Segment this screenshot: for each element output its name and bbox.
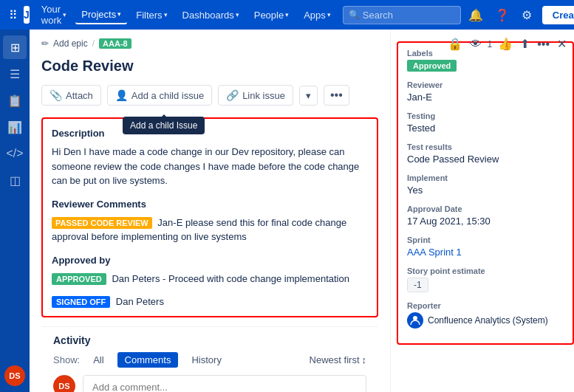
- tab-all[interactable]: All: [86, 352, 111, 368]
- tab-history[interactable]: History: [184, 352, 228, 368]
- breadcrumb-issue-tag[interactable]: AAA-8: [99, 38, 131, 49]
- close-icon[interactable]: ✕: [556, 35, 568, 52]
- newest-first-button[interactable]: Newest first ↕: [310, 354, 366, 365]
- nav-your-work[interactable]: Your work ▾: [35, 1, 72, 29]
- topnav: ⠿ J Your work ▾ Projects ▾ Filters ▾ Das…: [0, 0, 574, 30]
- add-child-button[interactable]: 👤 Add a child issue: [107, 85, 212, 106]
- svg-point-0: [413, 316, 417, 320]
- passed-badge: PASSED CODE REVIEW: [52, 217, 152, 229]
- sidebar-home-icon[interactable]: ⊞: [3, 35, 27, 59]
- nav-dashboards[interactable]: Dashboards ▾: [177, 7, 245, 24]
- grid-icon[interactable]: ⠿: [6, 5, 21, 25]
- chevron-down-icon: ▾: [327, 11, 331, 18]
- signedoff-badge: SIGNED OFF: [52, 296, 110, 308]
- reviewer-field: Reviewer Jan-E: [407, 80, 564, 103]
- sprint-field: Sprint AAA Sprint 1: [407, 235, 564, 258]
- approval-date-value: 17 Aug 2021, 15:30: [407, 216, 564, 227]
- test-results-field: Test results Code Passed Review: [407, 142, 564, 165]
- app-logo[interactable]: J: [24, 6, 30, 24]
- description-title: Description: [52, 128, 368, 139]
- sidebar-board-icon[interactable]: ☰: [3, 62, 27, 86]
- search-wrapper: 🔍: [343, 6, 461, 24]
- modal-content: ✏ Add epic / AAA-8 Code Review 📎 Attach …: [30, 30, 574, 392]
- settings-icon[interactable]: ⚙: [517, 5, 536, 25]
- story-point-field: Story point estimate -1: [407, 267, 564, 292]
- nav-people[interactable]: People ▾: [248, 7, 295, 24]
- chevron-down-icon: ▾: [285, 11, 289, 18]
- nav-apps[interactable]: Apps ▾: [298, 7, 337, 24]
- testing-field: Testing Tested: [407, 111, 564, 134]
- more-actions-dropdown[interactable]: ▾: [299, 86, 318, 106]
- chevron-down-icon: ▾: [63, 11, 66, 18]
- reporter-field: Reporter Confluence Analytics (System): [407, 301, 564, 329]
- reviewer-comments-text: PASSED CODE REVIEW Jan-E please send thi…: [52, 216, 368, 244]
- main-panel: ✏ Add epic / AAA-8 Code Review 📎 Attach …: [30, 30, 574, 392]
- story-point-label: Story point estimate: [407, 267, 564, 275]
- sidebar-code-icon[interactable]: </>: [3, 142, 27, 165]
- sprint-label: Sprint: [407, 235, 564, 244]
- action-bar: 📎 Attach 👤 Add a child issue 🔗 Link issu…: [41, 85, 378, 106]
- chevron-down-icon: ▾: [236, 11, 239, 18]
- testing-value: Tested: [407, 123, 564, 134]
- reporter-row: Confluence Analytics (System): [407, 312, 564, 329]
- lock-icon[interactable]: 🔒: [446, 35, 464, 52]
- sidebar: ⊞ ☰ 📋 📊 </> ◫ DS: [0, 30, 30, 392]
- sort-icon: ↕: [362, 354, 367, 365]
- help-icon[interactable]: ❓: [491, 5, 514, 25]
- test-results-value: Code Passed Review: [407, 154, 564, 165]
- chevron-down-icon: ▾: [117, 10, 121, 18]
- signedoff-text: SIGNED OFF Dan Peters: [52, 296, 368, 307]
- approved-text: APPROVED Dan Peters - Proceed with code …: [52, 272, 368, 286]
- description-section: Description Hi Den I have made a code ch…: [41, 117, 378, 317]
- more-icon[interactable]: •••: [536, 36, 551, 52]
- reviewer-comments-title: Reviewer Comments: [52, 199, 368, 210]
- logo-text: J: [24, 9, 30, 21]
- issue-left-panel: ✏ Add epic / AAA-8 Code Review 📎 Attach …: [30, 30, 391, 392]
- activity-title: Activity: [53, 334, 366, 346]
- attach-button[interactable]: 📎 Attach: [41, 85, 101, 106]
- like-icon[interactable]: 👍: [496, 35, 514, 52]
- nav-filters[interactable]: Filters ▾: [130, 7, 173, 24]
- reporter-value: Confluence Analytics (System): [428, 315, 548, 326]
- search-input[interactable]: [343, 6, 461, 24]
- comment-input[interactable]: [83, 375, 366, 392]
- breadcrumb: ✏ Add epic / AAA-8: [41, 38, 378, 49]
- approved-badge: APPROVED: [52, 273, 106, 285]
- sidebar-user-avatar[interactable]: DS: [4, 365, 25, 386]
- approved-by-title: Approved by: [52, 255, 368, 266]
- reporter-label: Reporter: [407, 301, 564, 310]
- test-results-label: Test results: [407, 142, 564, 151]
- reviewer-value: Jan-E: [407, 92, 564, 103]
- breadcrumb-edit-icon: ✏: [41, 38, 49, 49]
- search-icon: 🔍: [349, 10, 360, 20]
- sidebar-backlog-icon[interactable]: 📋: [3, 89, 27, 112]
- sidebar-reports-icon[interactable]: 📊: [3, 115, 27, 139]
- watch-count: 1: [488, 39, 493, 49]
- tab-comments[interactable]: Comments: [117, 352, 179, 368]
- labels-value: Approved: [407, 60, 457, 72]
- testing-label: Testing: [407, 111, 564, 120]
- top-actions: 🔒 👁 1 👍 ⬆ ••• ✕: [446, 35, 569, 52]
- attach-icon: 📎: [49, 89, 62, 101]
- issue-title: Code Review: [41, 58, 378, 75]
- comment-area: DS: [53, 375, 366, 392]
- implement-label: Implement: [407, 173, 564, 182]
- activity-section: Activity Show: All Comments History Newe…: [41, 326, 378, 392]
- sprint-value[interactable]: AAA Sprint 1: [407, 247, 564, 258]
- link-issue-button[interactable]: 🔗 Link issue: [218, 85, 293, 106]
- child-icon: 👤: [115, 89, 128, 101]
- description-text: Hi Den I have made a code change in our …: [52, 145, 368, 188]
- notifications-icon[interactable]: 🔔: [464, 5, 488, 25]
- more-button[interactable]: •••: [324, 85, 349, 106]
- breadcrumb-add-epic[interactable]: Add epic: [53, 38, 88, 49]
- nav-projects[interactable]: Projects ▾: [75, 6, 127, 24]
- approval-date-label: Approval Date: [407, 204, 564, 213]
- share-icon[interactable]: ⬆: [519, 35, 531, 52]
- implement-value: Yes: [407, 185, 564, 196]
- sidebar-components-icon[interactable]: ◫: [3, 168, 27, 192]
- eye-icon[interactable]: 👁: [468, 36, 483, 52]
- activity-controls: Show: All Comments History Newest first …: [53, 352, 366, 368]
- chevron-down-icon: ▾: [164, 11, 168, 18]
- create-button[interactable]: Create: [542, 6, 574, 24]
- activity-show-label: Show:: [53, 354, 80, 365]
